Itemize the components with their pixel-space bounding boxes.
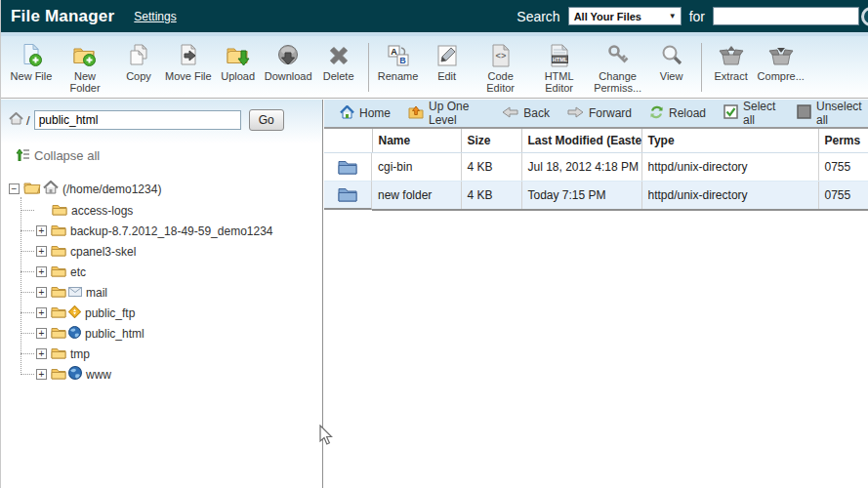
- column-perms[interactable]: Perms: [818, 129, 868, 152]
- delete-button[interactable]: Delete: [314, 41, 363, 83]
- back-button[interactable]: Back: [496, 106, 556, 121]
- toolbar-label: HTML Editor: [532, 70, 587, 94]
- collapse-expander-icon[interactable]: [9, 183, 20, 194]
- search-scope-select[interactable]: All Your Files: [568, 7, 682, 25]
- expand-icon[interactable]: [36, 369, 47, 380]
- folder-icon: [51, 285, 66, 301]
- tree-item-label: public_ftp: [85, 306, 135, 320]
- settings-link[interactable]: Settings: [134, 10, 176, 23]
- nav-label: Back: [523, 106, 550, 120]
- expand-icon[interactable]: [36, 328, 47, 339]
- tree-item[interactable]: public_html: [9, 323, 322, 344]
- column-size[interactable]: Size: [461, 129, 521, 152]
- expand-icon[interactable]: [36, 348, 47, 359]
- row-folder-icon: [324, 153, 372, 182]
- path-input[interactable]: [34, 110, 241, 130]
- tree-item-label: public_html: [85, 327, 145, 341]
- tree-item-label: etc: [70, 265, 86, 279]
- up-one-level-icon: [408, 105, 424, 122]
- tree-item[interactable]: backup-8.7.2012_18-49-59_demo1234: [9, 221, 322, 241]
- folder-icon: [51, 346, 66, 362]
- tree-item[interactable]: etc: [9, 262, 322, 282]
- page-title: File Manager: [11, 7, 114, 26]
- up-one-level-button[interactable]: Up One Level: [402, 100, 490, 127]
- compress-icon: [768, 42, 794, 68]
- tree-item[interactable]: www: [9, 364, 322, 385]
- tree-item-label: (/home/demo1234): [62, 183, 161, 196]
- forward-button[interactable]: Forward: [561, 106, 638, 121]
- copy-button[interactable]: Copy: [114, 41, 163, 83]
- folder-icon: [51, 326, 66, 342]
- column-name[interactable]: Name: [372, 129, 461, 152]
- expand-icon[interactable]: [36, 246, 47, 257]
- view-button[interactable]: View: [647, 41, 696, 83]
- upload-button[interactable]: Upload: [214, 41, 263, 83]
- table-row[interactable]: cgi-bin 4 KB Jul 18, 2012 4:18 PM httpd/…: [324, 152, 868, 182]
- expand-icon[interactable]: [36, 266, 47, 277]
- nav-label: Unselect all: [816, 100, 863, 127]
- file-list-table: Name Size Last Modified (Eastern Da Type…: [324, 129, 868, 211]
- tree-item-label: tmp: [70, 347, 90, 361]
- home-icon: [340, 105, 354, 122]
- row-type: httpd/unix-directory: [641, 182, 818, 210]
- nav-label: Up One Level: [429, 100, 484, 127]
- extract-button[interactable]: Extract: [707, 41, 756, 83]
- rename-icon: AB: [387, 42, 410, 68]
- path-slash: /: [26, 113, 30, 128]
- tree-item[interactable]: mail: [9, 282, 322, 303]
- tree-item[interactable]: tmp: [9, 344, 322, 364]
- tree-item[interactable]: cpanel3-skel: [9, 241, 322, 262]
- expand-icon[interactable]: [36, 225, 47, 236]
- row-perms: 0755: [818, 152, 868, 182]
- code-editor-button[interactable]: <> Code Editor: [472, 41, 530, 95]
- expand-icon[interactable]: [36, 307, 47, 318]
- home-button[interactable]: Home: [334, 105, 396, 122]
- path-row: / Go: [1, 100, 322, 131]
- compress-button[interactable]: Compre...: [756, 41, 806, 83]
- row-name: cgi-bin: [372, 152, 461, 182]
- copy-icon: [127, 42, 150, 68]
- toolbar-separator: [701, 43, 702, 92]
- mail-icon: [68, 286, 82, 300]
- download-button[interactable]: Download: [263, 41, 314, 83]
- table-header-row: Name Size Last Modified (Eastern Da Type…: [324, 129, 868, 152]
- new-folder-button[interactable]: New Folder: [56, 41, 114, 95]
- reload-icon: [649, 105, 664, 122]
- rename-button[interactable]: AB Rename: [374, 41, 423, 83]
- search-input[interactable]: [713, 7, 859, 25]
- go-button[interactable]: Go: [249, 109, 284, 131]
- unselect-all-button[interactable]: Unselect all: [791, 100, 868, 127]
- nav-label: Home: [359, 106, 391, 120]
- toolbar-label: Compre...: [758, 70, 805, 82]
- nav-toolbar: Home Up One Level Back: [324, 100, 868, 129]
- new-file-button[interactable]: New File: [7, 41, 56, 83]
- column-icon[interactable]: [324, 129, 372, 152]
- for-label: for: [689, 9, 705, 24]
- move-file-button[interactable]: Move File: [163, 41, 214, 83]
- expand-icon[interactable]: [36, 287, 47, 298]
- column-type[interactable]: Type: [641, 129, 818, 152]
- select-all-button[interactable]: Select all: [718, 100, 785, 127]
- tree-item-label: www: [86, 368, 111, 382]
- tree-item[interactable]: access-logs: [9, 200, 322, 221]
- column-modified[interactable]: Last Modified (Eastern Da: [521, 129, 641, 152]
- search-go-button[interactable]: [861, 7, 868, 26]
- toolbar-label: Copy: [126, 70, 151, 82]
- edit-icon: [435, 42, 459, 68]
- toolbar-label: New Folder: [58, 70, 112, 94]
- edit-button[interactable]: Edit: [423, 41, 472, 83]
- unselect-all-box-icon: [797, 104, 811, 122]
- table-row[interactable]: new folder 4 KB Today 7:15 PM httpd/unix…: [324, 182, 868, 210]
- html-editor-button[interactable]: HTML HTML Editor: [530, 41, 589, 95]
- reload-button[interactable]: Reload: [643, 105, 712, 122]
- toolbar-label: Change Permiss...: [591, 70, 645, 94]
- move-file-icon: [177, 42, 200, 68]
- magnifier-icon: [660, 42, 683, 68]
- row-folder-icon: [324, 182, 372, 210]
- nav-label: Select all: [743, 100, 779, 127]
- tree-item[interactable]: public_ftp: [9, 303, 322, 323]
- collapse-all-button[interactable]: Collapse all: [15, 147, 322, 164]
- row-perms: 0755: [818, 182, 868, 210]
- tree-item-root[interactable]: (/home/demo1234): [9, 178, 322, 200]
- change-permissions-button[interactable]: Change Permiss...: [589, 41, 647, 95]
